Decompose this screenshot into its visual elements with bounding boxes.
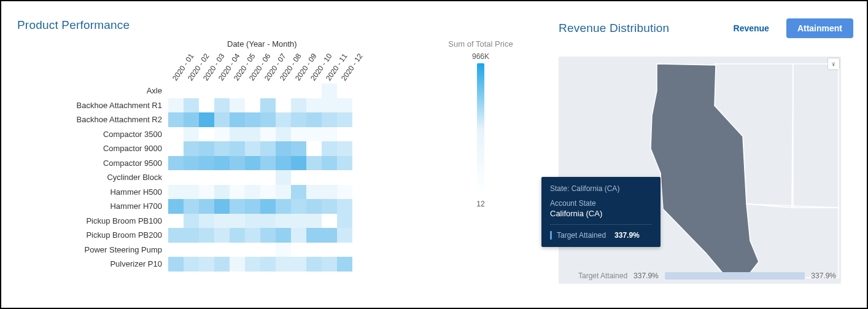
heatmap-cell[interactable] [291,199,306,214]
heatmap-cell[interactable] [168,112,184,127]
heatmap-cell[interactable] [306,214,322,229]
heatmap-cell[interactable] [322,141,337,156]
heatmap-cell[interactable] [291,185,306,200]
heatmap-cell[interactable] [276,257,291,272]
heatmap-cell[interactable] [184,214,199,229]
heatmap-cell[interactable] [245,127,260,142]
heatmap-cell[interactable] [214,199,230,214]
heatmap-cell[interactable] [306,98,322,113]
heatmap-cell[interactable] [168,98,184,113]
heatmap-cell[interactable] [199,156,214,171]
heatmap-cell[interactable] [230,156,245,171]
heatmap-cell[interactable] [214,257,230,272]
heatmap-cell[interactable] [214,156,230,171]
heatmap-cell[interactable] [260,243,276,257]
heatmap-cell[interactable] [168,199,184,214]
heatmap-cell[interactable] [260,257,276,272]
heatmap-cell[interactable] [337,199,352,214]
heatmap-cell[interactable] [322,112,337,127]
heatmap-cell[interactable] [276,170,291,185]
heatmap-cell[interactable] [199,228,214,243]
heatmap-cell[interactable] [214,243,230,257]
heatmap-cell[interactable] [260,185,276,200]
heatmap-cell[interactable] [276,98,291,113]
heatmap-cell[interactable] [245,98,260,113]
heatmap-cell[interactable] [306,185,322,200]
heatmap-cell[interactable] [306,199,322,214]
heatmap-cell[interactable] [260,98,276,113]
heatmap-cell[interactable] [199,257,214,272]
heatmap-cell[interactable] [337,214,352,229]
heatmap-cell[interactable] [322,257,337,272]
heatmap-cell[interactable] [260,156,276,171]
heatmap-cell[interactable] [245,214,260,229]
heatmap-cell[interactable] [260,199,276,214]
heatmap-cell[interactable] [322,156,337,171]
heatmap-cell[interactable] [245,112,260,127]
heatmap-cell[interactable] [337,257,352,272]
heatmap-cell[interactable] [184,84,199,98]
heatmap-cell[interactable] [276,84,291,98]
heatmap-cell[interactable] [168,127,184,142]
heatmap-cell[interactable] [322,98,337,113]
heatmap-cell[interactable] [337,243,352,257]
heatmap-cell[interactable] [230,199,245,214]
heatmap-cell[interactable] [199,84,214,98]
heatmap-cell[interactable] [337,185,352,200]
heatmap-cell[interactable] [245,84,260,98]
heatmap-cell[interactable] [276,243,291,257]
heatmap-cell[interactable] [199,214,214,229]
heatmap-cell[interactable] [306,243,322,257]
heatmap-cell[interactable] [214,127,230,142]
heatmap-cell[interactable] [276,199,291,214]
toggle-revenue-button[interactable]: Revenue [723,18,780,38]
heatmap-cell[interactable] [230,243,245,257]
heatmap-cell[interactable] [199,127,214,142]
heatmap-cell[interactable] [230,84,245,98]
toggle-attainment-button[interactable]: Attainment [786,18,853,38]
heatmap-cell[interactable] [337,156,352,171]
heatmap-cell[interactable] [199,170,214,185]
heatmap-cell[interactable] [168,84,184,98]
heatmap-cell[interactable] [260,228,276,243]
heatmap-cell[interactable] [214,141,230,156]
heatmap-cell[interactable] [306,141,322,156]
heatmap-cell[interactable] [291,214,306,229]
heatmap-cell[interactable] [184,112,199,127]
heatmap-cell[interactable] [276,141,291,156]
heatmap-cell[interactable] [230,127,245,142]
heatmap-cell[interactable] [168,185,184,200]
heatmap-cell[interactable] [184,170,199,185]
heatmap-cell[interactable] [291,112,306,127]
heatmap-cell[interactable] [230,214,245,229]
heatmap-cell[interactable] [184,228,199,243]
heatmap-cell[interactable] [322,228,337,243]
heatmap-cell[interactable] [276,228,291,243]
heatmap-cell[interactable] [306,228,322,243]
heatmap-cell[interactable] [199,141,214,156]
state-california[interactable] [651,64,759,276]
heatmap-cell[interactable] [199,98,214,113]
heatmap-cell[interactable] [214,170,230,185]
heatmap-cell[interactable] [230,170,245,185]
heatmap-cell[interactable] [245,170,260,185]
heatmap-cell[interactable] [260,112,276,127]
heatmap-cell[interactable] [276,185,291,200]
heatmap-cell[interactable] [245,243,260,257]
heatmap-cell[interactable] [260,170,276,185]
heatmap-cell[interactable] [168,170,184,185]
heatmap-cell[interactable] [322,170,337,185]
heatmap-cell[interactable] [291,257,306,272]
heatmap-cell[interactable] [306,112,322,127]
heatmap-cell[interactable] [337,112,352,127]
heatmap-cell[interactable] [337,98,352,113]
heatmap-cell[interactable] [260,84,276,98]
heatmap-cell[interactable] [168,156,184,171]
heatmap-cell[interactable] [184,156,199,171]
heatmap-cell[interactable] [260,141,276,156]
heatmap-cell[interactable] [214,98,230,113]
heatmap-cell[interactable] [199,199,214,214]
heatmap-cell[interactable] [306,257,322,272]
heatmap-cell[interactable] [230,141,245,156]
heatmap-cell[interactable] [322,127,337,142]
